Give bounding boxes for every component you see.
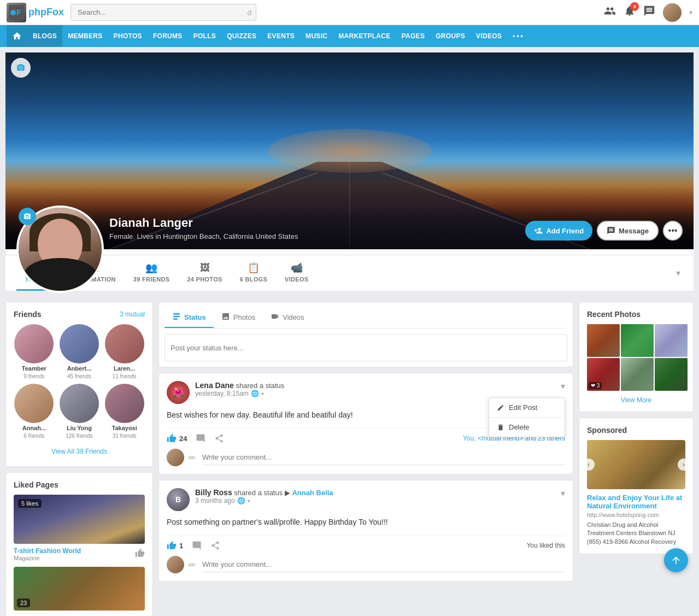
message-button[interactable]: Message <box>597 221 659 240</box>
friend-item[interactable]: Liu Yong 126 friends <box>59 384 100 439</box>
tab-videos[interactable]: 📹 VIDEOS <box>276 255 317 291</box>
sunset-glow <box>268 129 432 173</box>
scroll-top-button[interactable] <box>664 548 688 572</box>
commenter-avatar-2 <box>167 556 184 573</box>
like-reaction-2[interactable]: 1 <box>167 541 183 550</box>
nav-home[interactable] <box>7 25 27 47</box>
view-more-photos-link[interactable]: View More <box>587 396 685 404</box>
videos-tab-label-composer: Videos <box>283 313 304 321</box>
nav-groups[interactable]: GROUPS <box>430 25 471 47</box>
nav-more[interactable]: ••• <box>507 25 530 47</box>
nav-videos[interactable]: VIDEOS <box>471 25 507 47</box>
sponsored-image <box>587 440 685 489</box>
nav-members[interactable]: MEMBERS <box>62 25 108 47</box>
friend-name: Liu Yong <box>67 425 92 431</box>
tab-friends-label: 39 FRIENDS <box>133 276 170 283</box>
pencil-icon: ✏ <box>189 453 196 463</box>
comment-reaction[interactable] <box>196 433 205 443</box>
nav-polls[interactable]: POLLS <box>188 25 222 47</box>
tabs-more-arrow[interactable]: ▾ <box>674 261 683 285</box>
liked-page-like-button[interactable] <box>135 548 145 560</box>
user-menu-arrow[interactable]: ▾ <box>689 9 692 16</box>
post-author-name[interactable]: Lena Dane <box>195 381 234 390</box>
photo-thumb-6[interactable] <box>655 358 688 391</box>
user-avatar[interactable] <box>663 3 682 22</box>
composer-tab-photos[interactable]: Photos <box>214 308 263 328</box>
nav-marketplace[interactable]: MARKETPLACE <box>333 25 396 47</box>
svg-text:F: F <box>16 8 21 17</box>
photo-thumb-5[interactable] <box>621 358 654 391</box>
profile-avatar-wrap <box>16 206 104 293</box>
svg-rect-9 <box>173 316 180 318</box>
friends-grid: Teamber 9 friends Anbert... 45 friends L… <box>14 324 145 439</box>
logo[interactable]: F phpFox <box>7 3 64 22</box>
delete-post-label: Delete <box>509 423 530 431</box>
like-reaction[interactable]: 24 <box>167 433 187 443</box>
topbar-right: 3 ▾ <box>604 3 692 22</box>
photo-thumb-4[interactable]: ❤ 3 <box>587 358 620 391</box>
more-actions-button[interactable]: ••• <box>663 221 683 240</box>
photo-thumb-3[interactable] <box>655 324 688 357</box>
post-to-user[interactable]: Annah Bella <box>292 489 333 497</box>
status-input[interactable] <box>165 334 567 361</box>
nav-pages[interactable]: PAGES <box>396 25 431 47</box>
post-avatar-lena: 🌺 <box>167 381 190 404</box>
nav-music[interactable]: MUSIC <box>300 25 333 47</box>
composer-tab-videos[interactable]: Videos <box>263 308 312 328</box>
comment-input-2[interactable] <box>202 557 565 572</box>
main-content: Friends 3 mutual Teamber 9 friends Anber… <box>0 296 699 616</box>
friend-item[interactable]: Takayosi 31 friends <box>104 384 145 439</box>
post-more-toggle-2[interactable]: ▾ <box>561 488 565 498</box>
liked-page-item[interactable]: 23 <box>14 567 145 611</box>
videos-tab-icon: 📹 <box>291 262 303 274</box>
friend-name: Anbert... <box>67 365 92 372</box>
mutual-link[interactable]: 3 mutual <box>120 310 145 318</box>
edit-post-item[interactable]: Edit Post <box>489 398 565 417</box>
likes-badge-2: 23 <box>17 599 30 607</box>
comment-reaction-2[interactable] <box>192 541 202 550</box>
nav-events[interactable]: EVENTS <box>262 25 300 47</box>
comment-input[interactable] <box>202 450 565 465</box>
share-reaction[interactable] <box>214 433 224 443</box>
post-author-line: Lena Dane shared a status <box>195 381 284 390</box>
tab-friends[interactable]: 👥 39 FRIENDS <box>125 255 179 291</box>
friends-icon[interactable] <box>604 5 616 20</box>
friend-item[interactable]: Teamber 9 friends <box>14 324 55 379</box>
tab-photos[interactable]: 🖼 24 PHOTOS <box>178 256 231 291</box>
post-header-2: B Billy Ross shared a status ▶ Annah Bel… <box>167 488 565 511</box>
add-friend-button[interactable]: Add Friend <box>525 221 592 240</box>
avatar-camera-button[interactable] <box>19 208 36 225</box>
friend-item[interactable]: Laren... 11 friends <box>104 324 145 379</box>
nav-forums[interactable]: FORUMS <box>148 25 188 47</box>
friend-item[interactable]: Annah... 6 friends <box>14 384 55 439</box>
profile-name: Dianah Langer <box>109 216 298 230</box>
nav-blogs[interactable]: BLOGS <box>27 25 62 47</box>
notifications-icon[interactable]: 3 <box>624 5 636 20</box>
messages-icon[interactable] <box>643 5 655 20</box>
friend-avatar-liuyong <box>60 384 99 423</box>
delete-post-item[interactable]: Delete <box>489 418 565 437</box>
view-all-friends-link[interactable]: View All 39 Friends <box>14 444 145 459</box>
navbar: BLOGS MEMBERS PHOTOS FORUMS POLLS QUIZZE… <box>0 25 699 47</box>
feed-post-1: 🌺 Lena Dane shared a status yesterday, 8… <box>158 373 573 474</box>
post-action-2: shared a status ▶ <box>234 489 292 497</box>
pencil-icon-2: ✏ <box>189 560 196 570</box>
friend-item[interactable]: Anbert... 45 friends <box>59 324 100 379</box>
search-input[interactable] <box>71 4 256 21</box>
liked-page-item[interactable]: 5 likes T-shirt Fashion World Magazine <box>14 495 145 561</box>
carousel-prev-button[interactable]: ‹ <box>583 459 595 471</box>
share-reaction-2[interactable] <box>210 541 220 550</box>
post-more-toggle[interactable]: ▾ <box>561 381 565 391</box>
composer-tab-status[interactable]: Status <box>165 308 214 328</box>
post-author-billy[interactable]: Billy Ross <box>195 488 232 497</box>
carousel-next-button[interactable]: › <box>678 459 690 471</box>
nav-photos[interactable]: PHOTOS <box>108 25 148 47</box>
tab-blogs[interactable]: 📋 6 BLOGS <box>231 255 276 291</box>
photo-thumb-1[interactable] <box>587 324 620 357</box>
sponsored-ad-title[interactable]: Relax and Enjoy Your Life at Natural Env… <box>587 494 685 510</box>
photo-thumb-2[interactable] <box>621 324 654 357</box>
nav-quizzes[interactable]: QUIZZES <box>221 25 262 47</box>
cover-camera-button[interactable] <box>11 58 31 78</box>
sponsored-title: Sponsored <box>587 426 685 435</box>
liked-page-cover-inner-2 <box>14 567 145 611</box>
